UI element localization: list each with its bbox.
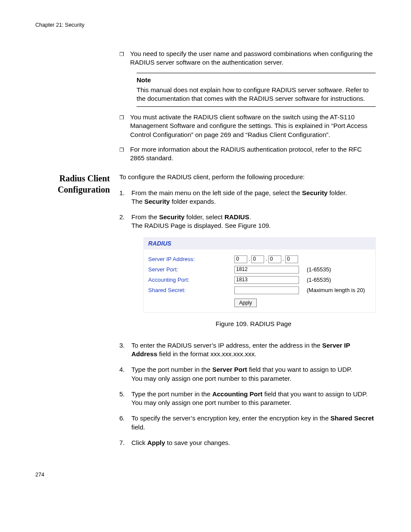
procedure-steps: From the main menu on the left side of t… (119, 189, 376, 448)
page-number: 274 (35, 471, 376, 479)
input-ip-4[interactable]: 0 (285, 255, 298, 263)
input-accounting-port[interactable]: 1813 (234, 276, 299, 284)
label-server-port: Server Port: (148, 266, 234, 274)
step-4: Type the port number in the Server Port … (119, 365, 376, 383)
figure-caption: Figure 109. RADIUS Page (131, 320, 376, 328)
input-ip-3[interactable]: 0 (268, 255, 281, 263)
input-shared-secret[interactable] (234, 286, 299, 294)
bullet-list-bottom: You must activate the RADIUS client soft… (119, 113, 376, 162)
step-1: From the main menu on the left side of t… (119, 189, 376, 206)
step-5: Type the port number in the Accounting P… (119, 390, 376, 408)
step-3: To enter the RADIUS server’s IP address,… (119, 341, 376, 359)
hint-accounting-port: (1-65535) (307, 276, 331, 284)
step-6: To specify the server’s encryption key, … (119, 414, 376, 432)
bullet-text: For more information about the RADIUS au… (130, 145, 376, 163)
chapter-header: Chapter 21: Security (35, 22, 376, 29)
bullet-list-top: You need to specify the user name and pa… (119, 50, 376, 67)
hint-server-port: (1-65535) (307, 266, 331, 274)
label-accounting-port: Accounting Port: (148, 276, 234, 284)
radius-panel-title: RADIUS (144, 238, 375, 249)
hint-shared-secret: (Maximum length is 20) (307, 286, 365, 294)
bullet-text: You must activate the RADIUS client soft… (130, 113, 376, 139)
note-body: This manual does not explain how to conf… (137, 86, 376, 103)
section-heading: Radius Client Configuration (35, 173, 119, 195)
input-ip-2[interactable]: 0 (251, 255, 264, 263)
note-box: Note This manual does not explain how to… (137, 73, 376, 107)
input-ip-1[interactable]: 0 (234, 255, 247, 263)
input-server-port[interactable]: 1812 (234, 266, 299, 274)
step-2: From the Security folder, select RADIUS.… (119, 213, 376, 334)
note-title: Note (137, 76, 376, 84)
label-shared-secret: Shared Secret: (148, 286, 234, 294)
intro-paragraph: To configure the RADIUS client, perform … (119, 173, 376, 181)
label-server-ip: Server IP Address: (148, 255, 234, 263)
bullet-text: You need to specify the user name and pa… (130, 50, 376, 67)
apply-button[interactable]: Apply (234, 299, 257, 307)
radius-panel: RADIUS Server IP Address: 0. 0. 0. 0 Ser… (143, 237, 376, 313)
figure-109: RADIUS Server IP Address: 0. 0. 0. 0 Ser… (143, 237, 376, 313)
step-7: Click Apply to save your changes. (119, 439, 376, 447)
